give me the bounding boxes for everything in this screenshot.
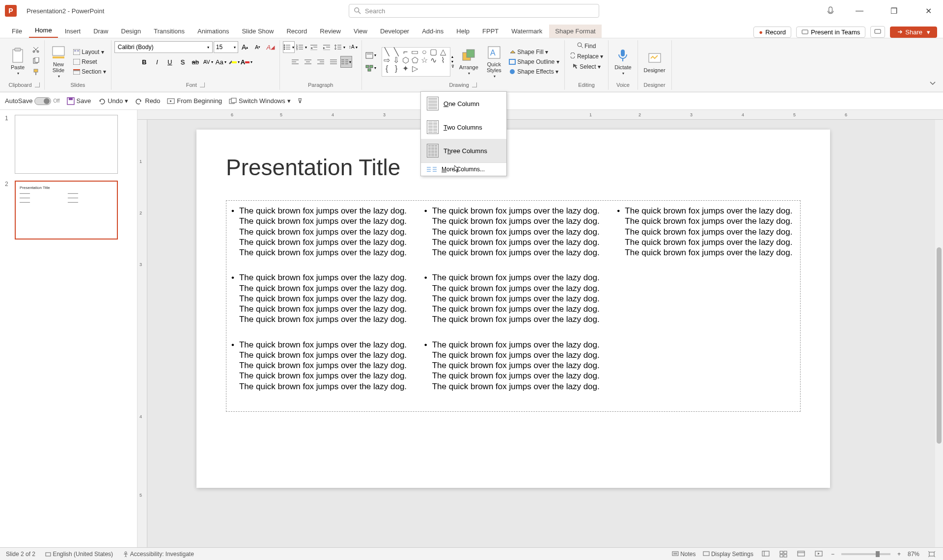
strikethrough-button[interactable]: ab bbox=[190, 56, 201, 68]
maximize-button[interactable]: ❐ bbox=[884, 3, 904, 18]
scrollbar-thumb[interactable] bbox=[937, 247, 942, 444]
shape-rect[interactable]: ▭ bbox=[411, 49, 419, 55]
comments-button[interactable] bbox=[870, 26, 885, 38]
zoom-in-button[interactable]: + bbox=[897, 551, 901, 558]
text-direction-button[interactable]: ↕A▾ bbox=[347, 41, 359, 53]
decrease-indent-button[interactable] bbox=[308, 41, 320, 53]
slide-counter[interactable]: Slide 2 of 2 bbox=[6, 551, 35, 558]
increase-font-button[interactable]: A▴ bbox=[239, 41, 251, 53]
justify-button[interactable] bbox=[328, 56, 339, 68]
tab-transitions[interactable]: Transitions bbox=[148, 25, 191, 38]
align-right-button[interactable] bbox=[315, 56, 327, 68]
tab-view[interactable]: View bbox=[348, 25, 373, 38]
font-launcher[interactable] bbox=[200, 82, 205, 87]
slideshow-view-button[interactable] bbox=[813, 550, 824, 559]
vertical-scrollbar[interactable] bbox=[935, 120, 943, 547]
tab-watermark[interactable]: Watermark bbox=[505, 25, 548, 38]
tab-design[interactable]: Design bbox=[115, 25, 147, 38]
section-button[interactable]: Section ▾ bbox=[71, 67, 108, 76]
undo-button[interactable]: Undo ▾ bbox=[98, 97, 128, 105]
align-text-button[interactable]: ▾ bbox=[365, 50, 377, 61]
tab-addins[interactable]: Add-ins bbox=[416, 25, 449, 38]
menu-more-columns[interactable]: More Columns... bbox=[421, 163, 506, 176]
bullet-item[interactable]: •The quick brown fox jumps over the lazy… bbox=[424, 272, 603, 324]
present-teams-button[interactable]: Present in Teams bbox=[796, 27, 865, 38]
tab-slideshow[interactable]: Slide Show bbox=[236, 25, 279, 38]
char-spacing-button[interactable]: AV▾ bbox=[202, 56, 214, 68]
notes-button[interactable]: Notes bbox=[672, 551, 696, 558]
slide-canvas[interactable]: Presentation Title •The quick brown fox … bbox=[196, 130, 830, 488]
shapes-gallery[interactable]: ╲ ╲ ⌐ ▭ ○ ▢ △ ⇨ ⇩ ⬡ ⬠ ☆ ∿ ⌇ { } ✦ ▷ bbox=[382, 47, 450, 77]
copy-button[interactable] bbox=[30, 56, 41, 67]
shape-line2[interactable]: ╲ bbox=[392, 49, 400, 55]
shape-oval[interactable]: ○ bbox=[420, 49, 428, 55]
shape-brace2[interactable]: } bbox=[392, 65, 400, 72]
arrange-button[interactable]: Arrange ▾ bbox=[456, 47, 481, 77]
increase-indent-button[interactable] bbox=[321, 41, 333, 53]
numbering-button[interactable]: 123▾ bbox=[296, 41, 307, 53]
share-button[interactable]: Share▾ bbox=[890, 27, 937, 38]
bullet-item[interactable]: •The quick brown fox jumps over the lazy… bbox=[424, 340, 603, 392]
menu-three-columns[interactable]: Three Columns bbox=[421, 139, 506, 162]
display-settings-button[interactable]: Display Settings bbox=[703, 551, 753, 558]
zoom-out-button[interactable]: − bbox=[831, 551, 834, 558]
italic-button[interactable]: I bbox=[151, 56, 163, 68]
shape-action[interactable]: ▷ bbox=[411, 65, 419, 72]
tab-animations[interactable]: Animations bbox=[192, 25, 235, 38]
select-button[interactable]: Select ▾ bbox=[570, 62, 603, 71]
slide-sorter-button[interactable] bbox=[778, 550, 789, 559]
highlight-button[interactable]: ▾ bbox=[228, 56, 240, 68]
clipboard-launcher[interactable] bbox=[35, 82, 40, 87]
slide-title[interactable]: Presentation Title bbox=[226, 154, 801, 181]
shape-roundrect[interactable]: ▢ bbox=[430, 49, 438, 55]
shape-hex[interactable]: ⬡ bbox=[402, 57, 410, 64]
drawing-launcher[interactable] bbox=[472, 82, 477, 87]
shape-line[interactable]: ╲ bbox=[383, 49, 391, 55]
bullet-item[interactable]: •The quick brown fox jumps over the lazy… bbox=[231, 340, 410, 392]
shape-curve[interactable]: ∿ bbox=[430, 57, 438, 64]
thumbnail-1[interactable] bbox=[15, 115, 118, 174]
columns-button[interactable]: ▾ bbox=[340, 56, 352, 68]
tab-fppt[interactable]: FPPT bbox=[476, 25, 504, 38]
shape-star[interactable]: ☆ bbox=[420, 57, 428, 64]
designer-button[interactable]: Designer bbox=[641, 50, 668, 74]
replace-button[interactable]: Replace ▾ bbox=[568, 52, 606, 61]
shape-fill-button[interactable]: Shape Fill ▾ bbox=[507, 48, 561, 56]
shadow-button[interactable]: S bbox=[177, 56, 189, 68]
bold-button[interactable]: B bbox=[139, 56, 150, 68]
tab-record[interactable]: Record bbox=[280, 25, 313, 38]
underline-button[interactable]: U bbox=[164, 56, 176, 68]
shape-brace[interactable]: { bbox=[383, 65, 391, 72]
minimize-button[interactable]: — bbox=[850, 3, 869, 18]
shape-arrow[interactable]: ⇨ bbox=[383, 57, 391, 64]
collapse-ribbon-button[interactable] bbox=[929, 80, 936, 85]
change-case-button[interactable]: Aa▾ bbox=[215, 56, 227, 68]
line-spacing-button[interactable]: ▾ bbox=[334, 41, 346, 53]
clear-formatting-button[interactable]: A◢ bbox=[265, 41, 277, 53]
zoom-level[interactable]: 87% bbox=[908, 551, 919, 558]
switch-windows-button[interactable]: Switch Windows ▾ bbox=[229, 97, 291, 105]
menu-two-columns[interactable]: Two Columns bbox=[421, 115, 506, 139]
shape-outline-button[interactable]: Shape Outline ▾ bbox=[507, 57, 561, 66]
quick-styles-button[interactable]: A Quick Styles ▾ bbox=[483, 44, 505, 80]
smartart-button[interactable]: ▾ bbox=[365, 62, 377, 74]
format-painter-button[interactable] bbox=[30, 68, 41, 78]
reading-view-button[interactable] bbox=[796, 550, 806, 559]
align-left-button[interactable] bbox=[289, 56, 301, 68]
decrease-font-button[interactable]: A▾ bbox=[252, 41, 264, 53]
tab-file[interactable]: File bbox=[6, 25, 28, 38]
bullet-item[interactable]: •The quick brown fox jumps over the lazy… bbox=[231, 206, 410, 258]
horizontal-ruler[interactable]: 6 5 4 3 1 2 3 4 5 6 bbox=[138, 110, 943, 120]
bullets-button[interactable]: ▾ bbox=[283, 41, 295, 53]
tab-help[interactable]: Help bbox=[450, 25, 475, 38]
tab-home[interactable]: Home bbox=[29, 24, 58, 38]
mic-icon[interactable] bbox=[826, 6, 835, 15]
save-button-qat[interactable]: Save bbox=[67, 97, 91, 105]
redo-button[interactable]: Redo bbox=[135, 97, 160, 105]
shape-arrow2[interactable]: ⇩ bbox=[392, 57, 400, 64]
content-placeholder[interactable]: •The quick brown fox jumps over the lazy… bbox=[226, 200, 801, 412]
qat-more-button[interactable]: ⊽ bbox=[298, 97, 303, 105]
tab-review[interactable]: Review bbox=[314, 25, 347, 38]
reset-button[interactable]: Reset bbox=[71, 57, 108, 66]
shape-star2[interactable]: ✦ bbox=[402, 65, 410, 72]
